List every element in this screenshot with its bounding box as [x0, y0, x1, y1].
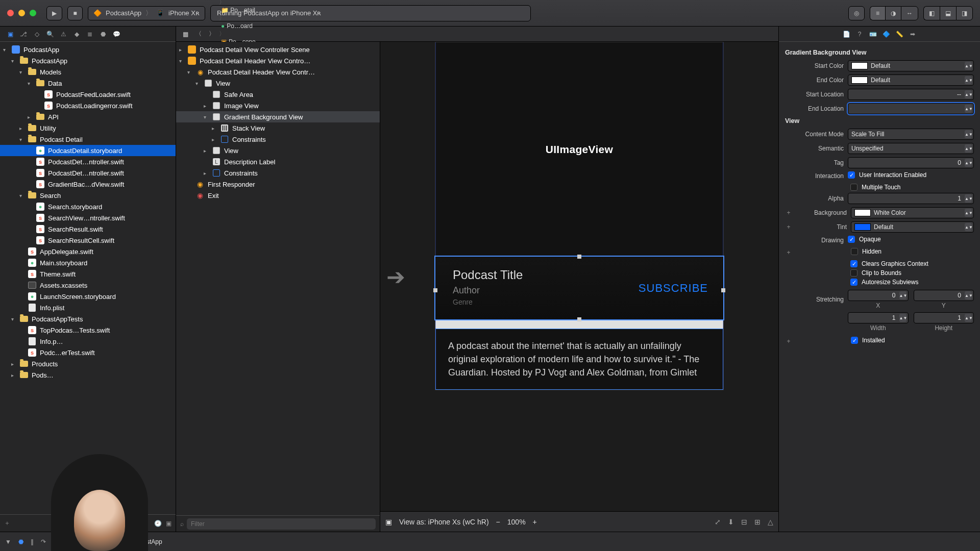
- file[interactable]: sSearchResultCell.swift: [0, 235, 176, 246]
- recent-filter-icon[interactable]: 🕘: [154, 520, 162, 527]
- debug-navigator-tab[interactable]: ≣: [84, 28, 96, 40]
- outline-safe-area[interactable]: Safe Area: [176, 89, 380, 100]
- group-products[interactable]: ▸Products: [0, 358, 176, 369]
- add-variation-icon[interactable]: +: [785, 209, 792, 216]
- symbol-navigator-tab[interactable]: ◇: [31, 28, 43, 40]
- file-inspector-tab[interactable]: 📄: [840, 28, 852, 40]
- outline-view-controller[interactable]: ▾◉Podcast Detail Header View Contr…: [176, 66, 380, 78]
- group-utility[interactable]: ▸Utility: [0, 122, 176, 134]
- outline-description-label[interactable]: LDescription Label: [176, 156, 380, 167]
- background-color-popup[interactable]: White Color ▲▼: [851, 207, 974, 218]
- group-podcastapp[interactable]: ▾PodcastApp: [0, 55, 176, 66]
- stop-button[interactable]: ■: [67, 6, 83, 20]
- outline-view[interactable]: ▾View: [176, 78, 380, 89]
- outline-filter-input[interactable]: [187, 518, 376, 530]
- outline-gradient-view[interactable]: ▾Gradient Background View: [176, 111, 380, 122]
- multiple-touch-checkbox[interactable]: [850, 184, 857, 191]
- continue-icon[interactable]: ‖: [31, 538, 34, 545]
- jumpbar-item[interactable]: ● Po…oard: [219, 22, 305, 30]
- file[interactable]: ●Search.storyboard: [0, 201, 176, 212]
- file[interactable]: sPodc…erTest.swift: [0, 347, 176, 358]
- file-swift[interactable]: sPodcastFeedLoader.swift: [0, 89, 176, 100]
- semantic-popup[interactable]: Unspecified ▲▼: [848, 143, 974, 154]
- canvas-subscribe-button[interactable]: SUBSCRIBE: [639, 282, 708, 295]
- step-over-icon[interactable]: ↷: [41, 538, 46, 545]
- opaque-checkbox[interactable]: ✓: [848, 236, 855, 243]
- canvas-image-view[interactable]: UIImageView: [435, 42, 723, 257]
- toggle-navigator-button[interactable]: ◧: [923, 6, 940, 20]
- toggle-debug-area-button[interactable]: ⬓: [940, 6, 956, 20]
- zoom-window-icon[interactable]: [30, 10, 36, 16]
- start-color-popup[interactable]: Default ▲▼: [848, 60, 974, 71]
- zoom-out-button[interactable]: −: [496, 518, 500, 526]
- file[interactable]: ●LaunchScreen.storyboard: [0, 291, 176, 302]
- toggle-outline-icon[interactable]: ▣: [385, 518, 392, 526]
- file[interactable]: ●PodcastDetail.storyboard: [0, 145, 176, 156]
- interface-builder-canvas[interactable]: ➔ UIImageView Podcast Title Author: [380, 42, 778, 532]
- group-api[interactable]: ▸API: [0, 111, 176, 122]
- outline-view[interactable]: ▸View: [176, 145, 380, 156]
- outline-constraints[interactable]: ▸Constraints: [176, 134, 380, 145]
- tag-field[interactable]: 0 ▲▼: [848, 157, 974, 168]
- assistant-editor-button[interactable]: ◑: [885, 6, 901, 20]
- stepper-icon[interactable]: ▲▼: [965, 76, 972, 84]
- test-navigator-tab[interactable]: ◆: [70, 28, 83, 40]
- scm-filter-icon[interactable]: ▣: [166, 520, 172, 527]
- file[interactable]: sPodcastDet…ntroller.swift: [0, 156, 176, 167]
- toggle-inspector-button[interactable]: ◨: [956, 6, 973, 20]
- outline-first-responder[interactable]: ◉First Responder: [176, 179, 380, 190]
- stretch-width-field[interactable]: 1▲▼: [848, 312, 909, 323]
- end-location-field[interactable]: ▲▼: [848, 103, 974, 114]
- file[interactable]: Info.plist: [0, 302, 176, 313]
- outline-constraints[interactable]: ▸Constraints: [176, 167, 380, 179]
- file[interactable]: ●Main.storyboard: [0, 257, 176, 268]
- resolve-issues-icon[interactable]: △: [768, 518, 773, 526]
- file[interactable]: Info.p…: [0, 336, 176, 347]
- forward-icon[interactable]: 〉: [206, 28, 218, 40]
- stretch-height-field[interactable]: 1▲▼: [914, 312, 974, 323]
- group-podcast-detail[interactable]: ▾Podcast Detail: [0, 134, 176, 145]
- file[interactable]: sPodcastDet…ntroller.swift: [0, 167, 176, 179]
- outline-scene[interactable]: ▸Podcast Detail View Controller Scene: [176, 44, 380, 55]
- alpha-field[interactable]: 1 ▲▼: [848, 193, 974, 204]
- close-window-icon[interactable]: [7, 10, 14, 16]
- outline-exit[interactable]: ◉Exit: [176, 190, 380, 201]
- back-icon[interactable]: 〈: [192, 28, 205, 40]
- jumpbar-item[interactable]: 📁 Po…etail: [219, 7, 305, 14]
- group-search[interactable]: ▾Search: [0, 190, 176, 201]
- outline-scene[interactable]: ▾Podcast Detail Header View Contro…: [176, 55, 380, 66]
- size-inspector-tab[interactable]: 📏: [893, 28, 905, 40]
- stepper-icon[interactable]: ▲▼: [965, 194, 972, 203]
- align-icon[interactable]: ⊟: [741, 518, 747, 526]
- outline-image-view[interactable]: ▸Image View: [176, 100, 380, 111]
- breakpoints-icon[interactable]: ⬣: [18, 538, 23, 545]
- file[interactable]: Assets.xcassets: [0, 280, 176, 291]
- file[interactable]: sGradientBac…dView.swift: [0, 179, 176, 190]
- canvas-gradient-background-view[interactable]: Podcast Title Author Genre SUBSCRIBE: [435, 257, 723, 319]
- stretch-x-field[interactable]: 0▲▼: [848, 290, 909, 301]
- file[interactable]: sSearchView…ntroller.swift: [0, 212, 176, 223]
- clip-to-bounds-checkbox[interactable]: [850, 269, 857, 277]
- hidden-checkbox[interactable]: [851, 248, 858, 255]
- breakpoint-navigator-tab[interactable]: ⬣: [97, 28, 109, 40]
- jump-bar[interactable]: ▦ 〈 〉 📘 PodcastApp〉📁 Po…pp〉📁 Po…etail〉● …: [176, 27, 778, 42]
- issue-navigator-tab[interactable]: ⚠: [57, 28, 69, 40]
- file[interactable]: sTopPodcas…Tests.swift: [0, 324, 176, 336]
- canvas-description-label[interactable]: A podcast about the internet' that is ac…: [435, 329, 723, 390]
- file[interactable]: sAppDelegate.swift: [0, 246, 176, 257]
- version-editor-button[interactable]: ↔: [901, 6, 918, 20]
- add-constraints-icon[interactable]: ⊞: [754, 518, 761, 526]
- quick-help-tab[interactable]: ?: [853, 28, 866, 40]
- file[interactable]: sTheme.swift: [0, 268, 176, 280]
- start-location-field[interactable]: -- ▲▼: [848, 89, 974, 100]
- project-root[interactable]: ▾PodcastApp: [0, 44, 176, 55]
- update-frames-icon[interactable]: ⤢: [715, 518, 721, 526]
- outline-stack-view[interactable]: ▸Stack View: [176, 122, 380, 134]
- canvas-podcast-title-label[interactable]: Podcast Title: [453, 268, 706, 282]
- add-variation-icon[interactable]: +: [785, 223, 792, 231]
- stretch-y-field[interactable]: 0▲▼: [914, 290, 974, 301]
- zoom-in-button[interactable]: +: [533, 518, 537, 526]
- user-interaction-checkbox[interactable]: ✓: [848, 171, 855, 179]
- scheme-selector[interactable]: 🔶 PodcastApp 〉 📱 iPhone Xʀ: [88, 6, 205, 20]
- stepper-icon[interactable]: ▲▼: [965, 159, 972, 167]
